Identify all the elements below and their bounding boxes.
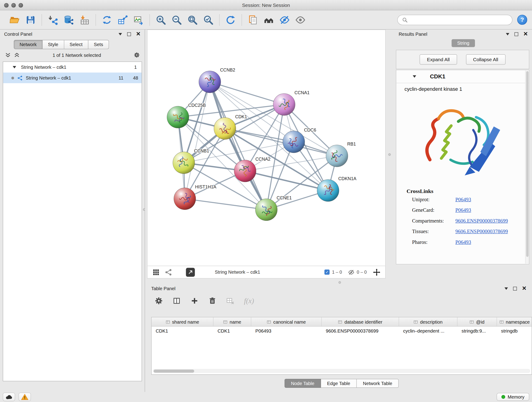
add-column-icon[interactable] xyxy=(190,297,199,305)
network-status-dot xyxy=(12,77,14,79)
column-header-database-identifier[interactable]: database identifier xyxy=(322,317,399,326)
column-header-canonical-name[interactable]: canonical name xyxy=(251,317,322,326)
results-scrollbar[interactable] xyxy=(525,70,529,264)
zoom-fit-button[interactable] xyxy=(185,12,201,27)
show-columns-icon[interactable] xyxy=(172,297,181,305)
table-cell: stringdb xyxy=(497,327,532,336)
tab-style[interactable]: Style xyxy=(42,40,64,49)
new-network-from-table-button[interactable] xyxy=(115,12,131,27)
close-window-button[interactable] xyxy=(4,3,9,8)
float-panel-icon[interactable] xyxy=(513,287,517,290)
export-image-button[interactable] xyxy=(131,12,146,27)
column-header-namespace[interactable]: namespace xyxy=(497,317,532,326)
panel-menu-icon[interactable] xyxy=(504,287,508,290)
network-node-CDC6[interactable]: CDC6 xyxy=(283,128,316,153)
network-edge[interactable] xyxy=(185,199,266,210)
network-edge[interactable] xyxy=(210,82,266,210)
detach-view-button[interactable] xyxy=(186,268,195,277)
minimize-window-button[interactable] xyxy=(12,3,16,8)
network-node-CCNA1[interactable]: CCNA1 xyxy=(273,90,310,115)
save-session-button[interactable] xyxy=(23,12,38,27)
panel-menu-icon[interactable] xyxy=(506,33,509,35)
cloud-status-button[interactable] xyxy=(3,393,15,401)
panel-splitter-grip[interactable] xyxy=(388,153,391,156)
expand-all-button[interactable]: Expand All xyxy=(420,54,457,65)
close-panel-icon[interactable]: ✕ xyxy=(522,286,526,291)
network-node-RB1[interactable]: RB1 xyxy=(326,141,356,167)
tab-sets[interactable]: Sets xyxy=(89,40,109,49)
results-tab-string[interactable]: String xyxy=(452,39,475,47)
crosslink-value-link[interactable]: 9606.ENSP00000378699 xyxy=(456,229,508,235)
help-button[interactable]: ? xyxy=(517,15,527,25)
annotation-button[interactable] xyxy=(245,12,261,27)
scrollbar-thumb[interactable] xyxy=(154,370,194,373)
search-input[interactable] xyxy=(410,17,508,22)
status-bar: Memory xyxy=(0,392,532,402)
close-panel-icon[interactable]: ✕ xyxy=(523,32,528,37)
refresh-view-button[interactable] xyxy=(223,12,239,27)
collection-expand-icon[interactable] xyxy=(13,66,16,69)
home-button[interactable] xyxy=(261,12,277,27)
collapse-all-icon[interactable] xyxy=(5,52,11,58)
zoom-in-button[interactable] xyxy=(153,12,169,27)
crosshair-icon[interactable] xyxy=(373,268,380,276)
horizontal-splitter[interactable] xyxy=(145,281,532,284)
table-horizontal-scrollbar[interactable] xyxy=(153,369,530,373)
tab-node-table[interactable]: Node Table xyxy=(284,379,321,388)
column-header-shared-name[interactable]: shared name xyxy=(152,317,214,326)
close-panel-icon[interactable]: ✕ xyxy=(136,32,140,37)
network-node-HIST1H1A[interactable]: HIST1H1A xyxy=(174,184,216,210)
collapse-all-button[interactable]: Collapse All xyxy=(466,54,505,65)
tab-edge-table[interactable]: Edge Table xyxy=(321,379,357,388)
protein-description: cyclin-dependent kinase 1 xyxy=(396,83,529,92)
crosslink-value-link[interactable]: P06493 xyxy=(456,207,471,213)
float-panel-icon[interactable] xyxy=(127,32,131,36)
network-edge[interactable] xyxy=(210,82,284,104)
gear-icon[interactable] xyxy=(134,52,140,58)
memory-button[interactable]: Memory xyxy=(497,393,529,401)
network-node-CCNB2[interactable]: CCNB2 xyxy=(199,67,235,93)
crosslink-value-link[interactable]: P06493 xyxy=(456,239,471,245)
table-settings-gear-icon[interactable] xyxy=(155,297,163,305)
splitter-grip[interactable] xyxy=(339,281,341,284)
grid-view-icon[interactable] xyxy=(152,268,160,276)
tab-select[interactable]: Select xyxy=(64,40,89,49)
delete-column-icon[interactable] xyxy=(208,297,216,305)
table-panel: Table Panel ✕ f(x) shared nam xyxy=(145,284,532,392)
zoom-window-button[interactable] xyxy=(19,3,23,8)
crosslink-value-link[interactable]: P06493 xyxy=(456,197,471,203)
show-graphics-details-button[interactable] xyxy=(293,12,308,27)
network-node-CDC25B[interactable]: CDC25B xyxy=(167,103,206,128)
hide-graphics-details-button[interactable] xyxy=(277,12,293,27)
network-row-selected[interactable]: String Network – cdk1 11 48 xyxy=(3,73,142,83)
crosslink-value-link[interactable]: 9606.ENSP00000378699 xyxy=(456,218,508,224)
import-table-button[interactable] xyxy=(77,12,93,27)
scrollbar-thumb[interactable] xyxy=(526,71,529,257)
network-collection-row[interactable]: String Network – cdk1 1 xyxy=(3,62,142,73)
network-node-count: 11 xyxy=(112,75,123,81)
zoom-out-button[interactable] xyxy=(169,12,185,27)
collapse-section-icon[interactable] xyxy=(413,75,416,78)
tab-network-table[interactable]: Network Table xyxy=(357,379,399,388)
open-session-button[interactable] xyxy=(7,12,23,27)
warnings-button[interactable] xyxy=(19,393,31,401)
protein-section-header[interactable]: CDK1 xyxy=(396,70,529,83)
panel-menu-icon[interactable] xyxy=(119,33,122,35)
import-network-from-file-button[interactable] xyxy=(45,12,61,27)
import-network-from-database-button[interactable] xyxy=(61,12,77,27)
share-view-icon[interactable] xyxy=(165,268,172,276)
column-header-description[interactable]: description xyxy=(399,317,457,326)
application-window: Session: New Session ? xyxy=(0,0,532,402)
network-edge[interactable] xyxy=(245,171,328,191)
network-node-CCNB1[interactable]: CCNB1 xyxy=(173,148,209,174)
column-header-@id[interactable]: @id xyxy=(457,317,497,326)
table-row[interactable]: CDK1CDK1P064939606.ENSP00000378699cyclin… xyxy=(152,327,532,336)
network-canvas[interactable]: CCNB2CCNA1CDC25BCDK1CDC6RB1CCNB1CCNA2CDK… xyxy=(147,30,386,266)
new-network-button[interactable] xyxy=(99,12,115,27)
column-header-name[interactable]: name xyxy=(214,317,251,326)
network-node-CDK1[interactable]: CDK1 xyxy=(214,114,247,140)
zoom-selected-button[interactable] xyxy=(201,12,216,27)
expand-all-icon[interactable] xyxy=(14,52,20,58)
float-panel-icon[interactable] xyxy=(514,32,518,36)
tab-network[interactable]: Network xyxy=(14,40,42,49)
